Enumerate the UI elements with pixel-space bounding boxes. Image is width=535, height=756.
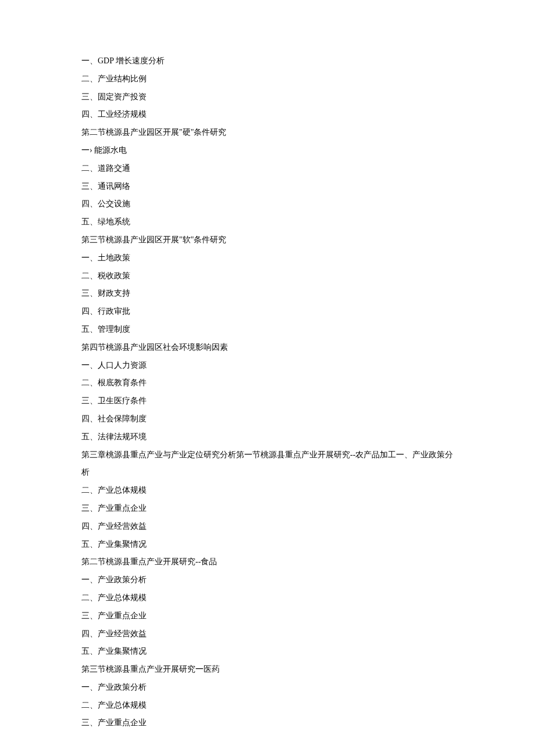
toc-line: 五、绿地系统 xyxy=(81,213,454,231)
toc-line: 第二节桃源县重点产业开展研究--食品 xyxy=(81,553,454,571)
toc-line: 二、产业总体规模 xyxy=(81,482,454,500)
toc-line: 三、固定资产投资 xyxy=(81,88,454,106)
document-content: 一、GDP 增长速度分析 二、产业结构比例 三、固定资产投资 四、工业经济规模 … xyxy=(81,52,454,732)
toc-line: 二、产业结构比例 xyxy=(81,70,454,88)
toc-line: 三、卫生医疗条件 xyxy=(81,392,454,410)
toc-line: 二、产业总体规模 xyxy=(81,589,454,607)
toc-line: 三、产业重点企业 xyxy=(81,500,454,518)
toc-line: 四、产业经营效益 xyxy=(81,518,454,536)
toc-line: 一、产业政策分析 xyxy=(81,679,454,697)
toc-line: 三、产业重点企业 xyxy=(81,714,454,732)
toc-line: 五、法律法规环境 xyxy=(81,428,454,446)
toc-line: 五、产业集聚情况 xyxy=(81,536,454,554)
toc-line: 三、通讯网络 xyxy=(81,178,454,196)
toc-line: 五、产业集聚情况 xyxy=(81,643,454,661)
toc-line: 第三章桃源县重点产业与产业定位研究分析第一节桃源县重点产业开展研究--农产品加工… xyxy=(81,446,454,482)
toc-line: 四、行政审批 xyxy=(81,303,454,321)
toc-line: 一› 能源水电 xyxy=(81,142,454,160)
toc-line: 一、土地政策 xyxy=(81,249,454,267)
toc-line: 第三节桃源县产业园区开展"软"条件研究 xyxy=(81,231,454,249)
toc-line: 第三节桃源县重点产业开展研究一医药 xyxy=(81,661,454,679)
toc-line: 四、社会保障制度 xyxy=(81,410,454,428)
toc-line: 二、产业总体规模 xyxy=(81,697,454,715)
toc-line: 一、人口人力资源 xyxy=(81,357,454,375)
toc-line: 第四节桃源县产业园区社会环境影响因素 xyxy=(81,339,454,357)
toc-line: 三、产业重点企业 xyxy=(81,607,454,625)
toc-line: 四、产业经营效益 xyxy=(81,625,454,643)
toc-line: 一、GDP 增长速度分析 xyxy=(81,52,454,70)
toc-line: 二、根底教育条件 xyxy=(81,374,454,392)
toc-line: 二、道路交通 xyxy=(81,160,454,178)
toc-line: 第二节桃源县产业园区开展"硬"条件研究 xyxy=(81,124,454,142)
toc-line: 四、公交设施 xyxy=(81,195,454,213)
toc-line: 一、产业政策分析 xyxy=(81,571,454,589)
toc-line: 二、税收政策 xyxy=(81,267,454,285)
toc-line: 四、工业经济规模 xyxy=(81,106,454,124)
toc-line: 五、管理制度 xyxy=(81,321,454,339)
toc-line: 三、财政支持 xyxy=(81,285,454,303)
